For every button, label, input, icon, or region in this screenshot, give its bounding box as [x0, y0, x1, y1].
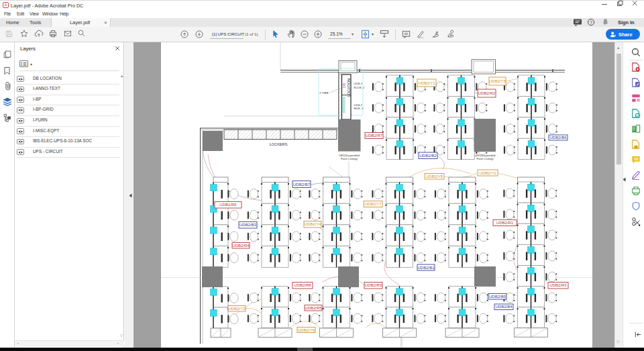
- svg-text:LED(Suspended: LED(Suspended: [339, 154, 360, 157]
- svg-text:UDB2/Y7: UDB2/Y7: [364, 202, 382, 206]
- svg-text:UDB2/Y3: UDB2/Y3: [228, 307, 246, 311]
- svg-text:LOCATION: LOCATION: [347, 79, 351, 97]
- svg-text:UDB-2: UDB-2: [354, 82, 363, 85]
- svg-text:2 TIER: 2 TIER: [319, 91, 329, 95]
- svg-text:UDB2/Y8: UDB2/Y8: [426, 174, 443, 179]
- svg-text:From Ceiling): From Ceiling): [476, 157, 494, 160]
- svg-text:UDB2/R7: UDB2/R7: [366, 134, 383, 138]
- svg-text:UDB2/R3: UDB2/R3: [549, 283, 567, 287]
- svg-text:UDB2/Y6: UDB2/Y6: [298, 328, 315, 332]
- svg-text:UDB2/Y5: UDB2/Y5: [489, 79, 506, 83]
- svg-text:UDB2/R2: UDB2/R2: [478, 91, 496, 95]
- svg-text:UDB2/Y4: UDB2/Y4: [304, 222, 321, 226]
- svg-text:UDB1/R6: UDB1/R6: [219, 203, 237, 207]
- svg-text:UDB2/Y2: UDB2/Y2: [479, 171, 496, 175]
- svg-text:UDB2/B1: UDB2/B1: [417, 266, 435, 270]
- svg-text:UDB2/R4: UDB2/R4: [232, 244, 250, 248]
- svg-text:UDB2/Y1: UDB2/Y1: [418, 81, 435, 85]
- svg-text:DB: DB: [342, 83, 346, 88]
- svg-text:RDB -2: RDB -2: [354, 107, 364, 110]
- svg-text:UDB2/R3: UDB2/R3: [365, 283, 382, 287]
- svg-text:LOCKERS: LOCKERS: [270, 142, 288, 146]
- svg-text:LED(Suspended: LED(Suspended: [475, 154, 496, 157]
- svg-text:UDB2/B7: UDB2/B7: [293, 183, 311, 187]
- svg-text:UDB2/R1: UDB2/R1: [496, 221, 514, 225]
- svg-text:ELDB -2: ELDB -2: [354, 86, 365, 89]
- svg-text:UDB2/B3: UDB2/B3: [239, 223, 257, 227]
- svg-text:?: ?: [590, 20, 592, 25]
- svg-text:UDB2/B2: UDB2/B2: [419, 154, 437, 158]
- svg-text:UDB2/R5: UDB2/R5: [305, 306, 322, 310]
- svg-text:From Ceiling): From Ceiling): [341, 157, 358, 160]
- svg-text:UDB2/B4: UDB2/B4: [495, 305, 513, 309]
- svg-text:UDB2/B5: UDB2/B5: [489, 295, 506, 299]
- svg-text:UDB-2: UDB-2: [354, 103, 363, 107]
- svg-text:UDB2/B6: UDB2/B6: [549, 136, 567, 140]
- svg-text:UDB2/R8: UDB2/R8: [294, 283, 311, 287]
